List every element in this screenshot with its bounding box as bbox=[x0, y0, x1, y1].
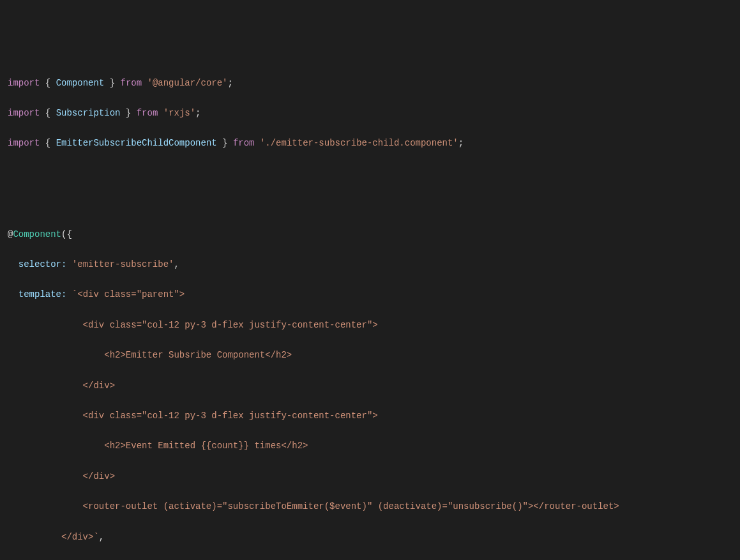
code-line: template: `<div class="parent"> bbox=[0, 287, 740, 303]
code-line: </div> bbox=[0, 379, 740, 394]
code-line: selector: 'emitter-subscribe', bbox=[0, 257, 740, 273]
code-line: <h2>Event Emitted {{count}} times</h2> bbox=[0, 439, 740, 454]
code-line bbox=[0, 167, 740, 182]
code-line: @Component({ bbox=[0, 227, 740, 243]
code-line: import { EmitterSubscribeChildComponent … bbox=[0, 136, 740, 151]
code-line: <div class="col-12 py-3 d-flex justify-c… bbox=[0, 318, 740, 333]
code-line: import { Subscription } from 'rxjs'; bbox=[0, 106, 740, 121]
code-line: <div class="col-12 py-3 d-flex justify-c… bbox=[0, 409, 740, 424]
code-line bbox=[0, 197, 740, 212]
code-line: import { Component } from '@angular/core… bbox=[0, 76, 740, 91]
code-line: <h2>Emitter Subsribe Component</h2> bbox=[0, 348, 740, 363]
code-line: </div> bbox=[0, 469, 740, 485]
code-line: </div>`, bbox=[0, 530, 740, 545]
code-line: <router-outlet (activate)="subscribeToEm… bbox=[0, 499, 740, 515]
code-editor[interactable]: import { Component } from '@angular/core… bbox=[0, 61, 740, 560]
